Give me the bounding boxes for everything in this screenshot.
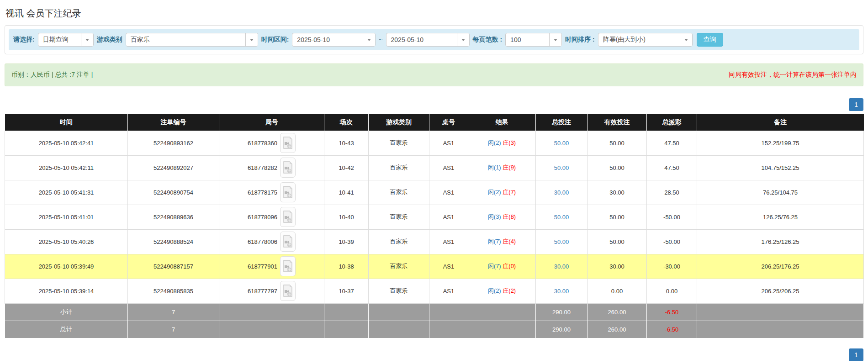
date-from-input[interactable]: 2025-05-10 — [292, 33, 376, 47]
video-file-icon[interactable] — [280, 256, 296, 276]
session-cell: 10-41 — [324, 180, 369, 205]
round-number-cell: 618778175 — [219, 180, 324, 205]
total-bet-cell[interactable]: 30.00 — [536, 180, 587, 205]
summary-empty-cell — [697, 321, 864, 338]
payout-cell: 0.00 — [647, 279, 697, 303]
video-file-icon[interactable] — [280, 232, 296, 252]
page-1-button[interactable]: 1 — [849, 348, 863, 361]
column-header: 结果 — [468, 114, 536, 131]
summary-valid-bet-cell: 260.00 — [587, 321, 647, 338]
table-row: 2025-05-10 05:42:41522490893162618778360… — [5, 131, 864, 155]
session-cell: 10-42 — [324, 155, 369, 180]
column-header: 备注 — [697, 114, 864, 131]
summary-total-bet-cell: 290.00 — [536, 321, 587, 338]
search-button[interactable]: 查询 — [697, 33, 723, 47]
total-bet-cell[interactable]: 50.00 — [536, 205, 587, 229]
select-mode-label: 请选择: — [13, 36, 35, 44]
payout-cell: -50.00 — [647, 229, 697, 254]
game-type-cell: 百家乐 — [369, 229, 429, 254]
column-header: 桌号 — [429, 114, 468, 131]
valid-bet-cell: 50.00 — [587, 229, 647, 254]
filter-bar: 请选择: 日期查询 游戏类别 百家乐 时间区间: 2025-05-10 ~ 20… — [9, 29, 859, 50]
game-type-select[interactable]: 百家乐 — [126, 33, 258, 47]
banker-result: 庄(0) — [503, 263, 516, 269]
video-file-icon[interactable] — [280, 207, 296, 227]
video-file-icon[interactable] — [280, 281, 296, 301]
date-to-value: 2025-05-10 — [386, 36, 457, 43]
sort-label: 时间排序 : — [565, 36, 595, 44]
chevron-down-icon[interactable] — [81, 33, 93, 46]
session-cell: 10-38 — [324, 254, 369, 279]
total-bet-cell[interactable]: 30.00 — [536, 279, 587, 303]
page-1-button[interactable]: 1 — [849, 98, 863, 111]
banker-result: 庄(3) — [503, 139, 516, 146]
banker-result: 庄(4) — [503, 238, 516, 245]
valid-bet-cell: 30.00 — [587, 254, 647, 279]
pagination-top: 1 — [5, 98, 863, 111]
column-header: 有效投注 — [587, 114, 647, 131]
payout-cell: 47.50 — [647, 155, 697, 180]
chevron-down-icon[interactable] — [363, 33, 375, 46]
total-bet-cell[interactable]: 50.00 — [536, 131, 587, 155]
bet-number-cell: 522490885835 — [128, 279, 219, 303]
per-page-label: 每页笔数 : — [473, 36, 503, 44]
bet-number-cell: 522490887157 — [128, 254, 219, 279]
date-to-input[interactable]: 2025-05-10 — [386, 33, 470, 47]
time-range-label: 时间区间: — [261, 36, 289, 44]
time-cell: 2025-05-10 05:40:26 — [5, 229, 128, 254]
round-number: 618778282 — [248, 164, 277, 171]
player-result: 闲(7) — [488, 263, 501, 269]
banker-result: 庄(7) — [503, 189, 516, 195]
round-number: 618777797 — [248, 288, 277, 295]
chevron-down-icon[interactable] — [245, 33, 258, 46]
sort-select[interactable]: 降幂(由大到小) — [598, 33, 693, 47]
session-cell: 10-39 — [324, 229, 369, 254]
round-number: 618778360 — [248, 140, 277, 147]
time-cell: 2025-05-10 05:41:31 — [5, 180, 128, 205]
note-cell: 152.25/199.75 — [697, 131, 864, 155]
banker-result: 庄(8) — [503, 213, 516, 220]
summary-empty-cell — [324, 303, 369, 321]
video-file-icon[interactable] — [280, 133, 296, 153]
summary-label-cell: 总计 — [5, 321, 128, 338]
table-number-cell: AS1 — [429, 180, 468, 205]
chevron-down-icon[interactable] — [680, 33, 692, 46]
video-file-icon[interactable] — [280, 158, 296, 178]
summary-count-cell: 7 — [128, 303, 219, 321]
game-type-cell: 百家乐 — [369, 155, 429, 180]
table-number-cell: AS1 — [429, 279, 468, 303]
valid-bet-cell: 50.00 — [587, 131, 647, 155]
game-type-cell: 百家乐 — [369, 180, 429, 205]
valid-bet-cell: 30.00 — [587, 180, 647, 205]
chevron-down-icon[interactable] — [457, 33, 469, 46]
player-result: 闲(7) — [488, 238, 501, 245]
result-cell: 闲(2) 庄(7) — [468, 180, 536, 205]
summary-empty-cell — [468, 303, 536, 321]
video-file-icon[interactable] — [280, 182, 296, 202]
time-cell: 2025-05-10 05:39:49 — [5, 254, 128, 279]
total-bet-cell[interactable]: 30.00 — [536, 254, 587, 279]
per-page-select[interactable]: 100 — [505, 33, 562, 47]
query-mode-select[interactable]: 日期查询 — [38, 33, 94, 47]
date-from-value: 2025-05-10 — [292, 36, 363, 43]
chevron-down-icon[interactable] — [549, 33, 561, 46]
time-cell: 2025-05-10 05:42:11 — [5, 155, 128, 180]
table-row: 2025-05-10 05:42:11522490892027618778282… — [5, 155, 864, 180]
query-mode-value: 日期查询 — [38, 36, 81, 44]
round-number-cell: 618777797 — [219, 279, 324, 303]
summary-empty-cell — [219, 321, 324, 338]
time-cell: 2025-05-10 05:41:01 — [5, 205, 128, 229]
round-number-cell: 618778096 — [219, 205, 324, 229]
total-bet-cell[interactable]: 50.00 — [536, 155, 587, 180]
time-cell: 2025-05-10 05:39:14 — [5, 279, 128, 303]
subtotal-row: 小计7290.00260.00-6.50 — [5, 303, 864, 321]
summary-label-cell: 小计 — [5, 303, 128, 321]
banker-result: 庄(9) — [503, 164, 516, 171]
session-cell: 10-37 — [324, 279, 369, 303]
player-result: 闲(2) — [488, 189, 501, 195]
round-number: 618778006 — [248, 238, 277, 245]
total-bet-cell[interactable]: 50.00 — [536, 229, 587, 254]
table-number-cell: AS1 — [429, 155, 468, 180]
valid-bet-cell: 0.00 — [587, 279, 647, 303]
bet-number-cell: 522490888524 — [128, 229, 219, 254]
